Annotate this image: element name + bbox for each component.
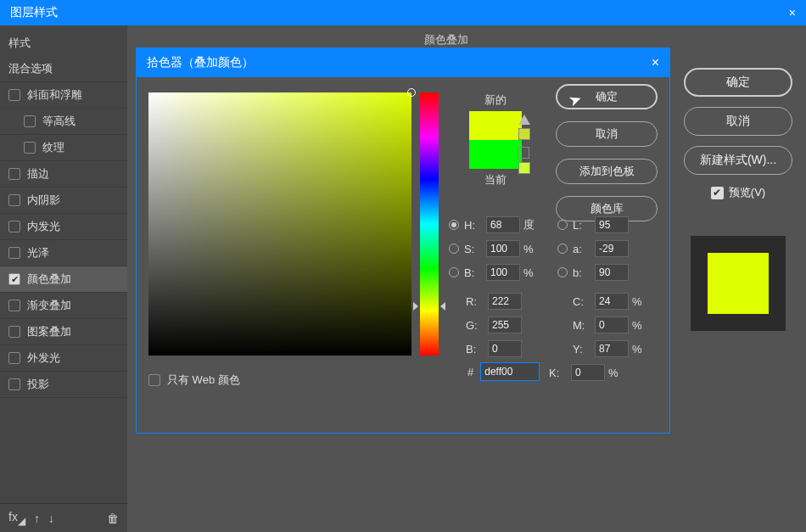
- trash-icon[interactable]: 🗑: [107, 512, 119, 525]
- sidebar-item-8[interactable]: 渐变叠加: [0, 293, 127, 319]
- h-radio[interactable]: [449, 220, 459, 230]
- current-color-swatch[interactable]: [469, 140, 522, 169]
- sidebar-item-label: 渐变叠加: [27, 298, 71, 313]
- sidebar-item-4[interactable]: 内阴影: [0, 188, 127, 214]
- l-input[interactable]: [595, 216, 629, 233]
- add-to-swatches-button[interactable]: 添加到色板: [556, 159, 658, 184]
- checkbox-icon[interactable]: [8, 247, 20, 259]
- y-input[interactable]: [595, 340, 629, 357]
- websafe-warning-icon[interactable]: [518, 147, 529, 159]
- web-colors-only-checkbox[interactable]: 只有 Web 颜色: [148, 372, 240, 388]
- gamut-warning-icon[interactable]: [518, 115, 530, 125]
- sidebar-item-3[interactable]: 描边: [0, 161, 127, 188]
- preview-checkbox-icon: ✔: [711, 187, 724, 199]
- sidebar-item-0[interactable]: 斜面和浮雕: [0, 82, 127, 109]
- b-input[interactable]: [486, 264, 520, 281]
- hue-slider[interactable]: [420, 92, 439, 356]
- sidebar-item-5[interactable]: 内发光: [0, 214, 127, 240]
- checkbox-icon: [148, 374, 160, 386]
- new-color-swatch[interactable]: [469, 111, 522, 140]
- section-title: 颜色叠加: [424, 32, 468, 48]
- sidebar-item-2[interactable]: 纹理: [0, 135, 127, 161]
- color-picker-dialog: 拾色器（叠加颜色） × 新的 当前 确定 取消 添加到色板 颜色库 ➤ H:: [136, 48, 670, 434]
- checkbox-icon[interactable]: [8, 378, 20, 390]
- picker-cancel-button[interactable]: 取消: [556, 121, 658, 147]
- window-title: 图层样式: [10, 5, 58, 20]
- hue-indicator-right-icon: [440, 302, 445, 311]
- picker-title: 拾色器（叠加颜色）: [147, 55, 254, 70]
- checkbox-icon[interactable]: [8, 194, 20, 206]
- sidebar-item-6[interactable]: 光泽: [0, 240, 127, 266]
- sidebar-item-label: 斜面和浮雕: [27, 87, 82, 103]
- checkbox-icon[interactable]: [8, 352, 20, 364]
- b-radio[interactable]: [449, 267, 459, 277]
- checkbox-icon[interactable]: [8, 168, 20, 180]
- picker-ok-button[interactable]: 确定: [556, 84, 658, 109]
- swatch-compare: 新的 当前: [457, 92, 534, 191]
- fx-icon[interactable]: fx◢: [8, 510, 25, 527]
- lb-radio[interactable]: [557, 267, 568, 277]
- checkbox-icon[interactable]: [8, 300, 20, 311]
- sidebar-item-label: 等高线: [42, 114, 76, 129]
- g-input[interactable]: [488, 316, 522, 333]
- lb-input[interactable]: [595, 264, 629, 281]
- preview-checkbox-row[interactable]: ✔ 预览(V): [684, 185, 792, 200]
- new-style-button[interactable]: 新建样式(W)...: [684, 146, 792, 175]
- websafe-swatch[interactable]: [518, 162, 530, 174]
- sidebar-item-label: 投影: [27, 377, 49, 392]
- checkbox-icon[interactable]: [8, 89, 20, 101]
- styles-sidebar: 样式 混合选项 斜面和浮雕等高线纹理描边内阴影内发光光泽✔颜色叠加渐变叠加图案叠…: [0, 25, 127, 532]
- sidebar-item-label: 光泽: [27, 245, 49, 260]
- sidebar-item-label: 外发光: [27, 350, 60, 366]
- sidebar-item-7[interactable]: ✔颜色叠加: [0, 266, 127, 293]
- checkbox-icon[interactable]: ✔: [8, 273, 20, 285]
- saturation-cursor: [407, 88, 416, 97]
- sidebar-item-10[interactable]: 外发光: [0, 345, 127, 372]
- new-label: 新的: [457, 92, 534, 108]
- checkbox-icon[interactable]: [8, 326, 20, 338]
- gamut-swatch[interactable]: [518, 128, 530, 140]
- l-radio[interactable]: [557, 220, 568, 230]
- close-icon[interactable]: ×: [789, 6, 796, 20]
- k-input[interactable]: [571, 364, 605, 381]
- picker-close-icon[interactable]: ×: [652, 55, 659, 70]
- window-title-bar: 图层样式 ×: [0, 0, 806, 25]
- checkbox-icon[interactable]: [24, 142, 36, 154]
- picker-title-bar: 拾色器（叠加颜色） ×: [137, 48, 669, 77]
- a-input[interactable]: [595, 240, 629, 257]
- r-input[interactable]: [488, 293, 522, 310]
- preview-box: [691, 236, 786, 331]
- sidebar-item-label: 内发光: [27, 219, 60, 234]
- a-radio[interactable]: [557, 244, 568, 254]
- color-value-fields: H: 度 L: S: % a: B: % b: R: C: %: [449, 213, 642, 384]
- sidebar-item-9[interactable]: 图案叠加: [0, 319, 127, 345]
- h-input[interactable]: [486, 216, 520, 233]
- arrow-down-icon[interactable]: ↓: [48, 512, 54, 525]
- ok-button[interactable]: 确定: [684, 68, 792, 97]
- right-panel: 确定 取消 新建样式(W)... ✔ 预览(V): [684, 68, 792, 331]
- sidebar-item-1[interactable]: 等高线: [0, 109, 127, 135]
- checkbox-icon[interactable]: [8, 221, 20, 232]
- sidebar-header: 样式: [0, 25, 127, 56]
- sidebar-item-label: 纹理: [42, 140, 64, 155]
- s-radio[interactable]: [449, 244, 459, 254]
- arrow-up-icon[interactable]: ↑: [34, 512, 40, 525]
- cancel-button[interactable]: 取消: [684, 107, 792, 136]
- current-label: 当前: [457, 172, 534, 188]
- hex-input[interactable]: [480, 362, 540, 381]
- sidebar-item-label: 描边: [27, 166, 49, 182]
- s-input[interactable]: [486, 240, 520, 257]
- sidebar-item-11[interactable]: 投影: [0, 372, 127, 398]
- blue-input[interactable]: [488, 340, 522, 357]
- sidebar-item-label: 颜色叠加: [27, 272, 71, 287]
- preview-swatch: [708, 253, 769, 314]
- sidebar-item-label: 图案叠加: [27, 324, 71, 339]
- hex-label: #: [467, 366, 473, 378]
- c-input[interactable]: [595, 293, 629, 310]
- blend-options[interactable]: 混合选项: [0, 56, 127, 82]
- saturation-field[interactable]: [148, 92, 411, 356]
- checkbox-icon[interactable]: [24, 115, 36, 127]
- preview-label: 预览(V): [729, 185, 765, 200]
- sidebar-item-label: 内阴影: [27, 193, 60, 208]
- m-input[interactable]: [595, 316, 629, 333]
